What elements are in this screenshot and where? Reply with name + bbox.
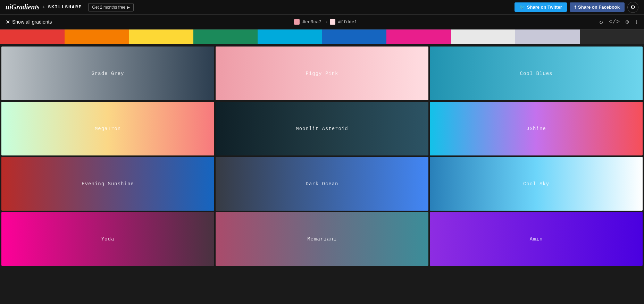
- gradient-label: Yoda: [101, 236, 115, 242]
- gradient-card[interactable]: MegaTron: [1, 102, 214, 155]
- facebook-label: Share on Facebook: [578, 5, 620, 10]
- refresh-icon[interactable]: ↻: [599, 18, 603, 26]
- gradient-card[interactable]: Moonlit Asteroid: [216, 102, 428, 155]
- toolbar-right: ↻ </> ⊕ ↓: [599, 18, 638, 26]
- arrow-icon: →: [324, 19, 327, 25]
- twitter-label: Share on Twitter: [527, 5, 562, 10]
- logo: uiGradients: [6, 3, 40, 11]
- gradient-card[interactable]: Grade Grey: [1, 47, 214, 100]
- gradient-label: MegaTron: [95, 126, 121, 132]
- gradient-card[interactable]: Yoda: [1, 212, 214, 266]
- color-preview: #ee9ca7 → #ffdde1: [294, 19, 357, 25]
- category-dark[interactable]: [580, 29, 644, 44]
- header: uiGradients + SKILLSHARE Get 2 months fr…: [0, 0, 644, 15]
- gradient-label: Piggy Pink: [306, 71, 338, 76]
- add-icon[interactable]: ⊕: [625, 18, 629, 26]
- category-pink[interactable]: [386, 29, 451, 44]
- code-icon[interactable]: </>: [609, 18, 620, 25]
- category-light-gray[interactable]: [515, 29, 580, 44]
- color-swatch-to: [330, 19, 335, 25]
- header-right: 🐦 Share on Twitter f Share on Facebook ⚙: [515, 2, 638, 13]
- color-from-label: #ee9ca7: [302, 19, 321, 25]
- gradient-label: Evening Sunshine: [82, 181, 134, 187]
- category-blue[interactable]: [322, 29, 387, 44]
- gradient-label: Moonlit Asteroid: [296, 126, 348, 132]
- github-button[interactable]: ⚙: [627, 2, 638, 13]
- category-red[interactable]: [0, 29, 65, 44]
- facebook-share-button[interactable]: f Share on Facebook: [570, 2, 625, 12]
- gradient-card[interactable]: Amin: [430, 212, 643, 266]
- gradient-label: Memariani: [307, 236, 337, 242]
- gradient-card[interactable]: Cool Blues: [430, 47, 643, 100]
- show-all-gradients-button[interactable]: ✕ Show all gradients: [6, 19, 52, 25]
- show-all-label: Show all gradients: [12, 19, 52, 25]
- close-icon: ✕: [6, 19, 10, 25]
- get-free-button[interactable]: Get 2 months free ▶: [88, 3, 133, 11]
- category-cyan[interactable]: [258, 29, 322, 44]
- logo-area: uiGradients + SKILLSHARE Get 2 months fr…: [6, 3, 134, 11]
- gradient-label: Amin: [530, 236, 543, 242]
- filter-bar: ✕ Show all gradients #ee9ca7 → #ffdde1 ↻…: [0, 15, 644, 29]
- twitter-share-button[interactable]: 🐦 Share on Twitter: [515, 2, 567, 12]
- github-icon: ⚙: [630, 4, 635, 10]
- gradient-label: Cool Blues: [520, 71, 552, 76]
- gradient-card[interactable]: JShine: [430, 102, 643, 155]
- gradient-label: Grade Grey: [91, 71, 124, 76]
- gradient-card[interactable]: Memariani: [216, 212, 428, 266]
- category-white[interactable]: [451, 29, 516, 44]
- gradient-card[interactable]: Evening Sunshine: [1, 157, 214, 211]
- download-icon[interactable]: ↓: [635, 18, 638, 25]
- gradient-label: Cool Sky: [523, 181, 549, 187]
- color-to-label: #ffdde1: [338, 19, 357, 25]
- gradient-card[interactable]: Piggy Pink: [216, 47, 428, 100]
- gradient-grid: Grade GreyPiggy PinkCool BluesMegaTronMo…: [0, 45, 644, 267]
- category-yellow[interactable]: [129, 29, 193, 44]
- gradient-label: Dark Ocean: [306, 181, 338, 187]
- gradient-label: JShine: [526, 126, 546, 132]
- category-green[interactable]: [193, 29, 258, 44]
- category-orange[interactable]: [65, 29, 129, 44]
- category-bar: [0, 29, 644, 45]
- plus-sign: +: [42, 5, 45, 10]
- gradient-card[interactable]: Dark Ocean: [216, 157, 428, 211]
- gradient-card[interactable]: Cool Sky: [430, 157, 643, 211]
- color-swatch-from: [294, 19, 300, 25]
- skillshare-label: SKILLSHARE: [48, 5, 82, 10]
- facebook-icon: f: [575, 5, 576, 10]
- twitter-icon: 🐦: [519, 5, 525, 10]
